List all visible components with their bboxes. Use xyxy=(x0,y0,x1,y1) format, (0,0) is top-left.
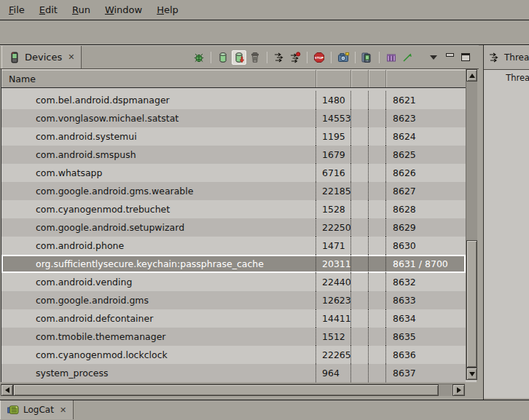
port-cell: 8623 xyxy=(386,109,466,127)
table-row[interactable]: com.android.systemui 1195 8624 xyxy=(1,127,466,146)
table-row[interactable]: com.google.android.setupwizard 22250 862… xyxy=(1,218,466,237)
debug-process-icon[interactable] xyxy=(192,50,206,65)
table-row[interactable]: com.cyanogenmod.lockclock 22265 8636 xyxy=(1,346,466,364)
scroll-right-button[interactable] xyxy=(452,384,465,396)
scroll-down-button[interactable] xyxy=(466,368,477,380)
process-name-cell: com.cyanogenmod.trebuchet xyxy=(1,200,316,218)
scroll-left-button[interactable] xyxy=(1,384,13,396)
ddms-window: FileEditRunWindowHelp xyxy=(0,0,529,420)
table-row[interactable]: com.android.phone 1471 8630 xyxy=(1,237,466,255)
port-cell: 8630 xyxy=(386,237,466,255)
empty-cell xyxy=(369,273,386,291)
update-heap-icon[interactable] xyxy=(216,50,230,65)
table-row[interactable]: com.android.smspush 1679 8625 xyxy=(1,146,466,164)
close-icon[interactable]: ✕ xyxy=(66,52,74,62)
empty-cell xyxy=(351,364,369,382)
port-cell: 8629 xyxy=(386,218,466,237)
port-cell: 8637 xyxy=(386,364,466,382)
process-name-cell: com.bel.android.dspmanager xyxy=(1,91,316,109)
cause-gc-icon[interactable] xyxy=(248,50,262,65)
threads-content: Thread updates not enabled for selected … xyxy=(484,69,529,398)
tab-logcat[interactable]: LogCat ✕ xyxy=(0,400,74,419)
process-name-cell: com.google.android.gms.wearable xyxy=(1,182,316,200)
horizontal-scrollbar[interactable] xyxy=(1,384,465,396)
start-tracing-icon[interactable] xyxy=(400,50,415,65)
column-header-port[interactable] xyxy=(386,70,466,87)
empty-cell xyxy=(369,182,386,200)
table-row[interactable]: com.google.android.gms 12623 8633 xyxy=(1,291,466,309)
port-cell: 8632 xyxy=(386,273,466,291)
menu-item[interactable]: Window xyxy=(98,1,149,18)
empty-cell xyxy=(369,328,386,346)
menu-item[interactable]: File xyxy=(1,1,32,18)
maximize-icon[interactable] xyxy=(458,50,473,65)
empty-cell xyxy=(369,291,386,309)
table-row[interactable]: system_process 964 8637 xyxy=(1,364,466,382)
table-row[interactable]: com.google.android.gms.wearable 22185 86… xyxy=(1,182,466,200)
table-header: Name xyxy=(1,69,466,88)
port-cell: 8626 xyxy=(386,164,466,182)
dump-hprof-icon[interactable] xyxy=(232,50,246,65)
empty-cell xyxy=(351,182,369,200)
empty-cell xyxy=(369,91,386,109)
menu-bar: FileEditRunWindowHelp xyxy=(0,0,529,20)
minimize-icon[interactable] xyxy=(442,50,457,65)
table-row[interactable]: org.sufficientlysecure.keychain:passphra… xyxy=(1,255,466,273)
pid-cell: 22185 xyxy=(316,182,351,200)
screen-capture-icon[interactable] xyxy=(336,50,350,65)
pid-cell: 22265 xyxy=(316,346,351,364)
menu-item[interactable]: Run xyxy=(65,1,98,18)
vertical-scroll-thumb[interactable] xyxy=(466,240,477,368)
process-name-cell: com.android.phone xyxy=(1,237,316,255)
port-cell: 8636 xyxy=(386,346,466,364)
table-row[interactable]: com.tmobile.thememanager 1512 8635 xyxy=(1,328,466,346)
menu-item[interactable]: Help xyxy=(149,1,186,18)
process-name-cell: com.google.android.gms xyxy=(1,291,316,309)
threads-message: Thread updates not enabled for selected … xyxy=(484,70,529,93)
close-icon[interactable]: ✕ xyxy=(58,405,66,415)
pid-cell: 12623 xyxy=(316,291,351,309)
pid-cell: 22250 xyxy=(316,218,351,237)
stop-process-icon[interactable]: STOP xyxy=(312,50,326,65)
table-row[interactable]: com.vonglasow.michael.satstat 14553 8623 xyxy=(1,109,466,127)
device-screens-icon[interactable] xyxy=(360,50,375,65)
pid-cell: 20311 xyxy=(316,255,351,273)
table-row[interactable]: com.bel.android.dspmanager 1480 8621 xyxy=(1,91,466,109)
pid-cell: 1512 xyxy=(316,328,351,346)
column-header-3[interactable] xyxy=(351,70,369,87)
sysinfo-columns-icon[interactable] xyxy=(384,50,399,65)
process-name-cell: com.google.android.setupwizard xyxy=(1,218,316,237)
threads-tab-label[interactable]: Threads xyxy=(504,52,529,63)
empty-cell xyxy=(369,309,386,328)
process-name-cell: com.vonglasow.michael.satstat xyxy=(1,109,316,127)
threads-message-line2: (use toolbar button to enable) xyxy=(484,83,529,93)
pid-cell: 1528 xyxy=(316,200,351,218)
port-cell: 8627 xyxy=(386,182,466,200)
view-menu-icon[interactable] xyxy=(426,50,441,65)
scroll-up-button[interactable] xyxy=(466,69,477,82)
column-header-4[interactable] xyxy=(369,70,386,87)
method-profiling-icon[interactable] xyxy=(288,50,302,65)
port-cell: 8635 xyxy=(386,328,466,346)
port-cell: 8625 xyxy=(386,146,466,164)
pid-cell: 22440 xyxy=(316,273,351,291)
table-row[interactable]: com.whatsapp 6716 8626 xyxy=(1,164,466,182)
process-name-cell: org.sufficientlysecure.keychain:passphra… xyxy=(1,255,316,273)
threads-message-line1: Thread updates not enabled for selected … xyxy=(484,73,529,83)
tab-devices[interactable]: Devices ✕ xyxy=(1,46,82,69)
column-header-pid[interactable] xyxy=(316,70,351,87)
menu-item[interactable]: Edit xyxy=(32,1,65,18)
pid-cell: 1679 xyxy=(316,146,351,164)
table-row[interactable]: com.android.vending 22440 8632 xyxy=(1,273,466,291)
vertical-scrollbar[interactable] xyxy=(466,69,477,380)
table-row[interactable]: com.android.defcontainer 14411 8634 xyxy=(1,309,466,328)
devices-table: Name com.bel.android.dspmanager 1480 862… xyxy=(1,69,477,382)
horizontal-scroll-thumb[interactable] xyxy=(13,384,439,396)
empty-cell xyxy=(351,328,369,346)
process-name-cell: com.android.smspush xyxy=(1,146,316,164)
update-threads-icon[interactable] xyxy=(272,50,286,65)
devices-toolbar: STOP xyxy=(192,50,479,65)
threads-tabbar: Threads xyxy=(484,45,529,69)
table-row[interactable]: com.cyanogenmod.trebuchet 1528 8628 xyxy=(1,200,466,218)
column-header-name[interactable]: Name xyxy=(1,70,316,87)
